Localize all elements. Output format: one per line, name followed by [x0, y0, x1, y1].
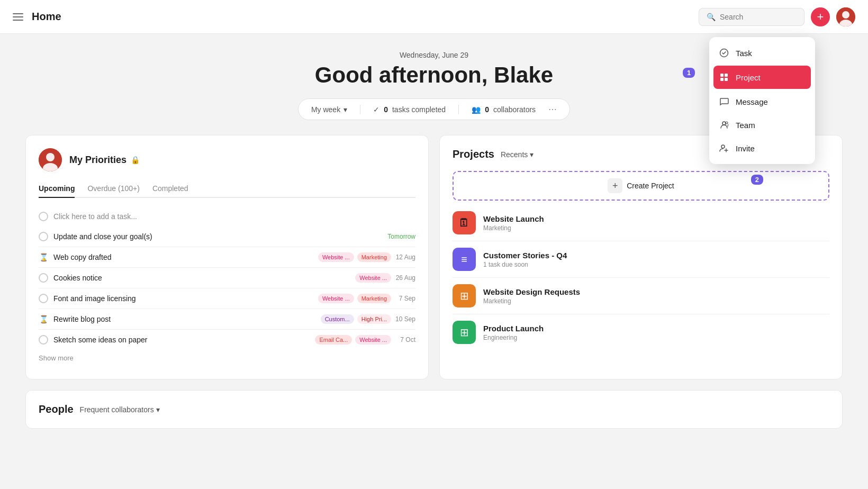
list-item[interactable]: ⌛ Web copy drafted Website ... Marketing…	[39, 247, 415, 268]
stat-divider-2	[458, 105, 459, 114]
svg-rect-7	[720, 74, 724, 77]
checkmark-icon: ✓	[373, 105, 379, 114]
svg-rect-9	[720, 78, 724, 81]
list-item[interactable]: ⊞ Website Design Requests Marketing	[453, 278, 829, 314]
list-item[interactable]: Font and image licensing Website ... Mar…	[39, 288, 415, 309]
task-name: Sketch some ideas on paper	[53, 336, 310, 344]
list-item[interactable]: Cookies notice Website ... 26 Aug	[39, 268, 415, 288]
dropdown-invite-label: Invite	[736, 144, 755, 153]
project-icon-dd	[719, 72, 729, 83]
dropdown-item-team[interactable]: Team	[709, 113, 815, 137]
add-button[interactable]: +	[811, 7, 830, 26]
project-name: Customer Stories - Q4	[483, 251, 829, 260]
search-icon: 🔍	[707, 13, 716, 21]
myweek-label: My week	[311, 105, 340, 114]
tab-upcoming[interactable]: Upcoming	[39, 180, 75, 198]
task-check-icon	[39, 294, 48, 303]
invite-icon	[719, 143, 729, 153]
people-panel: People Frequent collaborators ▾	[25, 390, 843, 429]
task-name: Font and image licensing	[53, 294, 313, 303]
dropdown-item-task[interactable]: Task	[709, 41, 815, 65]
list-item[interactable]: 🗓 Website Launch Marketing	[453, 205, 829, 241]
avatar-image	[836, 7, 855, 26]
task-list: Update and close your goal(s) Tomorrow ⌛…	[39, 227, 415, 350]
add-task-circle	[39, 212, 48, 221]
show-more-button[interactable]: Show more	[39, 350, 415, 366]
project-icon: ≡	[453, 248, 476, 271]
task-hourglass-icon: ⌛	[39, 314, 48, 324]
nav-left: Home	[13, 11, 61, 23]
task-hourglass-icon: ⌛	[39, 252, 48, 262]
team-icon	[719, 120, 729, 130]
task-tags: Website ... 26 Aug	[355, 273, 415, 283]
project-info: Product Launch Engineering	[483, 324, 829, 341]
stat-divider-1	[360, 105, 360, 114]
recents-button[interactable]: Recents ▾	[501, 150, 534, 159]
top-navigation: Home 🔍 +	[0, 0, 868, 34]
two-col-layout: My Priorities 🔒 Upcoming Overdue (100+) …	[25, 135, 843, 379]
panel-header: My Priorities 🔒	[39, 148, 415, 171]
add-task-label: Click here to add a task...	[53, 212, 137, 221]
badge-container-1: 1	[683, 68, 695, 77]
dropdown-item-project[interactable]: Project	[713, 66, 811, 89]
list-item[interactable]: ⊞ Product Launch Engineering	[453, 314, 829, 350]
tag: Custom...	[321, 314, 354, 324]
task-tags: Website ... Marketing 7 Sep	[318, 294, 415, 303]
collaborators-icon: 👥	[472, 105, 481, 114]
dropdown-task-label: Task	[736, 49, 752, 58]
tag: High Pri...	[357, 314, 391, 324]
search-input[interactable]	[720, 13, 797, 21]
project-name: Product Launch	[483, 324, 829, 333]
task-tags: Website ... Marketing 12 Aug	[318, 252, 415, 262]
task-name: Web copy drafted	[53, 253, 313, 261]
nav-right: 🔍 +	[699, 7, 855, 26]
list-item[interactable]: ⌛ Rewrite blog post Custom... High Pri..…	[39, 309, 415, 330]
svg-point-11	[722, 122, 726, 125]
avatar[interactable]	[836, 7, 855, 26]
tag: Website ...	[355, 335, 391, 345]
task-name: Rewrite blog post	[53, 315, 315, 323]
project-sub: Marketing	[483, 297, 829, 305]
frequent-collaborators-button[interactable]: Frequent collaborators ▾	[80, 405, 160, 414]
svg-point-4	[46, 153, 55, 161]
tasks-count: 0	[384, 105, 388, 114]
projects-panel: Projects Recents ▾ + Create Project 🗓	[439, 135, 843, 379]
dropdown-item-message[interactable]: Message	[709, 90, 815, 113]
tag: Email Ca...	[315, 335, 352, 345]
tag: Marketing	[357, 252, 391, 262]
task-date: 7 Oct	[394, 336, 415, 343]
task-date: 7 Sep	[394, 295, 415, 302]
frequent-chevron-icon: ▾	[156, 405, 160, 414]
dropdown-message-label: Message	[736, 97, 768, 106]
tab-completed[interactable]: Completed	[152, 180, 188, 198]
myweek-chevron-icon: ▾	[343, 105, 347, 114]
tab-overdue[interactable]: Overdue (100+)	[87, 180, 139, 198]
tasks-completed-label: tasks completed	[392, 105, 446, 114]
projects-title: Projects	[453, 148, 494, 160]
list-item[interactable]: Update and close your goal(s) Tomorrow	[39, 227, 415, 247]
project-info: Website Design Requests Marketing	[483, 287, 829, 305]
project-icon: ⊞	[453, 321, 476, 344]
myweek-button[interactable]: My week ▾	[311, 105, 347, 114]
create-project-button[interactable]: + Create Project	[453, 171, 829, 201]
tag: Website ...	[318, 294, 354, 303]
panel-avatar	[39, 148, 62, 171]
project-sub: Engineering	[483, 334, 829, 341]
recents-chevron-icon: ▾	[530, 150, 534, 159]
task-date: 26 Aug	[394, 274, 415, 282]
project-icon: 🗓	[453, 211, 476, 234]
add-task-row[interactable]: Click here to add a task...	[39, 206, 415, 227]
project-sub: Marketing	[483, 224, 829, 232]
task-tags: Email Ca... Website ... 7 Oct	[315, 335, 415, 345]
create-project-label: Create Project	[627, 182, 674, 190]
more-options-icon[interactable]: ⋯	[548, 104, 557, 114]
search-box[interactable]: 🔍	[699, 8, 804, 26]
project-sub: 1 task due soon	[483, 261, 829, 268]
recents-label: Recents	[501, 150, 528, 159]
list-item[interactable]: ≡ Customer Stories - Q4 1 task due soon	[453, 241, 829, 278]
badge-value-2: 2	[751, 175, 763, 185]
dropdown-item-invite[interactable]: Invite	[709, 137, 815, 160]
svg-point-1	[842, 11, 849, 19]
hamburger-menu[interactable]	[13, 13, 23, 21]
list-item[interactable]: Sketch some ideas on paper Email Ca... W…	[39, 330, 415, 350]
